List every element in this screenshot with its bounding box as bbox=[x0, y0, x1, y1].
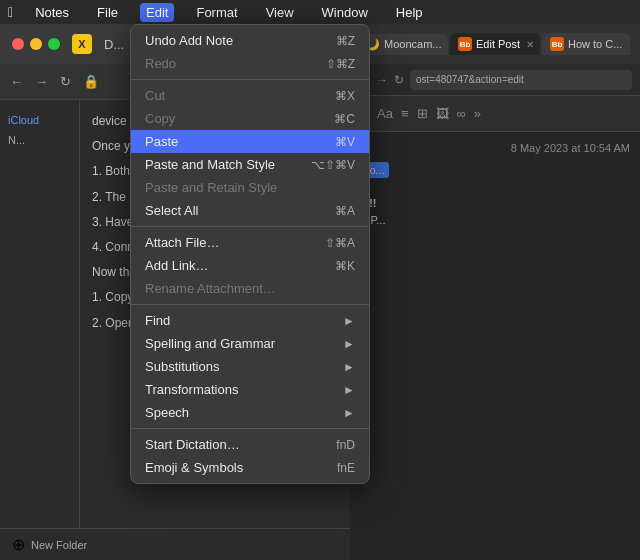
menu-item-paste-match[interactable]: Paste and Match Style ⌥⇧⌘V bbox=[131, 153, 369, 176]
image-icon[interactable]: 🖼 bbox=[436, 106, 449, 121]
speech-arrow: ► bbox=[343, 406, 355, 420]
browser-post-body[interactable]: tio... le!! S P... bbox=[360, 162, 630, 228]
menu-item-emoji[interactable]: Emoji & Symbols fnE bbox=[131, 456, 369, 479]
paste-match-shortcut: ⌥⇧⌘V bbox=[311, 158, 355, 172]
browser-addressbar: ← → ↻ ost=480747&action=edit bbox=[350, 64, 640, 96]
back-button[interactable]: ← bbox=[10, 74, 23, 89]
link-icon[interactable]: ∞ bbox=[457, 106, 466, 121]
menu-item-spelling[interactable]: Spelling and Grammar ► bbox=[131, 332, 369, 355]
mooncam-tab-close[interactable]: ✕ bbox=[447, 39, 448, 50]
browser-titlebar: 🌙 Mooncam... ✕ Bb Edit Post ✕ Bb How to … bbox=[350, 24, 640, 64]
menu-item-paste[interactable]: Paste ⌘V bbox=[131, 130, 369, 153]
menubar-file[interactable]: File bbox=[91, 3, 124, 22]
minimize-button[interactable] bbox=[30, 38, 42, 50]
paste-match-label: Paste and Match Style bbox=[145, 157, 291, 172]
menu-item-add-link[interactable]: Add Link… ⌘K bbox=[131, 254, 369, 277]
add-link-shortcut: ⌘K bbox=[335, 259, 355, 273]
font-size-icon[interactable]: Aa bbox=[377, 106, 393, 121]
browser-editor-content: 8 May 2023 at 10:54 AM tio... le!! S P..… bbox=[350, 132, 640, 238]
find-arrow: ► bbox=[343, 314, 355, 328]
menu-item-attach[interactable]: Attach File… ⇧⌘A bbox=[131, 231, 369, 254]
browser-url-bar[interactable]: ost=480747&action=edit bbox=[410, 70, 632, 90]
add-link-label: Add Link… bbox=[145, 258, 315, 273]
edit-post-tab-label: Edit Post bbox=[476, 38, 520, 50]
menu-item-substitutions[interactable]: Substitutions ► bbox=[131, 355, 369, 378]
paste-retain-label: Paste and Retain Style bbox=[145, 180, 355, 195]
cut-shortcut: ⌘X bbox=[335, 89, 355, 103]
edit-post-tab-icon: Bb bbox=[458, 37, 472, 51]
substitutions-arrow: ► bbox=[343, 360, 355, 374]
maximize-button[interactable] bbox=[48, 38, 60, 50]
menubar-format[interactable]: Format bbox=[190, 3, 243, 22]
tab-how-to[interactable]: Bb How to C... bbox=[542, 33, 630, 55]
notes-app-icon: X bbox=[72, 34, 92, 54]
menubar:  Notes File Edit Format View Window Hel… bbox=[0, 0, 640, 24]
cut-label: Cut bbox=[145, 88, 315, 103]
select-all-shortcut: ⌘A bbox=[335, 204, 355, 218]
copy-shortcut: ⌘C bbox=[334, 112, 355, 126]
copy-label: Copy bbox=[145, 111, 314, 126]
menu-item-paste-retain: Paste and Retain Style bbox=[131, 176, 369, 199]
menubar-help[interactable]: Help bbox=[390, 3, 429, 22]
dictation-label: Start Dictation… bbox=[145, 437, 316, 452]
menubar-edit[interactable]: Edit bbox=[140, 3, 174, 22]
menu-item-select-all[interactable]: Select All ⌘A bbox=[131, 199, 369, 222]
browser-window: 🌙 Mooncam... ✕ Bb Edit Post ✕ Bb How to … bbox=[350, 24, 640, 560]
separator-2 bbox=[131, 226, 369, 227]
redo-label: Redo bbox=[145, 56, 306, 71]
close-button[interactable] bbox=[12, 38, 24, 50]
browser-editor-toolbar: ✎ Aa ≡ ⊞ 🖼 ∞ » bbox=[350, 96, 640, 132]
apple-menu[interactable]:  bbox=[8, 4, 13, 20]
forward-button[interactable]: → bbox=[35, 74, 48, 89]
menu-item-find[interactable]: Find ► bbox=[131, 309, 369, 332]
select-all-label: Select All bbox=[145, 203, 315, 218]
new-folder-button[interactable]: New Folder bbox=[31, 539, 87, 551]
list-icon[interactable]: ≡ bbox=[401, 106, 409, 121]
undo-shortcut: ⌘Z bbox=[336, 34, 355, 48]
emoji-label: Emoji & Symbols bbox=[145, 460, 317, 475]
notes-sidebar: iCloud N... bbox=[0, 100, 80, 528]
transformations-arrow: ► bbox=[343, 383, 355, 397]
menu-item-speech[interactable]: Speech ► bbox=[131, 401, 369, 424]
how-to-tab-label: How to C... bbox=[568, 38, 622, 50]
menu-item-cut: Cut ⌘X bbox=[131, 84, 369, 107]
substitutions-label: Substitutions bbox=[145, 359, 343, 374]
post-line-3: S P... bbox=[360, 212, 630, 229]
menu-item-undo[interactable]: Undo Add Note ⌘Z bbox=[131, 29, 369, 52]
spelling-label: Spelling and Grammar bbox=[145, 336, 343, 351]
menubar-notes[interactable]: Notes bbox=[29, 3, 75, 22]
edit-post-tab-close[interactable]: ✕ bbox=[526, 39, 534, 50]
speech-label: Speech bbox=[145, 405, 343, 420]
more-icon[interactable]: » bbox=[474, 106, 481, 121]
separator-1 bbox=[131, 79, 369, 80]
menubar-view[interactable]: View bbox=[260, 3, 300, 22]
browser-forward-icon[interactable]: → bbox=[376, 73, 388, 87]
refresh-button[interactable]: ↻ bbox=[60, 74, 71, 89]
how-to-tab-icon: Bb bbox=[550, 37, 564, 51]
post-line-2: le!! bbox=[360, 195, 630, 212]
dictation-shortcut: fnD bbox=[336, 438, 355, 452]
rename-label: Rename Attachment… bbox=[145, 281, 355, 296]
notes-window-title: D... bbox=[104, 37, 124, 52]
tab-edit-post[interactable]: Bb Edit Post ✕ bbox=[450, 33, 540, 55]
menu-item-rename: Rename Attachment… bbox=[131, 277, 369, 300]
post-line-1: tio... bbox=[360, 162, 630, 179]
browser-refresh-icon[interactable]: ↻ bbox=[394, 73, 404, 87]
paste-shortcut: ⌘V bbox=[335, 135, 355, 149]
menu-item-transformations[interactable]: Transformations ► bbox=[131, 378, 369, 401]
redo-shortcut: ⇧⌘Z bbox=[326, 57, 355, 71]
table-icon[interactable]: ⊞ bbox=[417, 106, 428, 121]
menu-item-dictation[interactable]: Start Dictation… fnD bbox=[131, 433, 369, 456]
find-label: Find bbox=[145, 313, 343, 328]
menu-item-copy: Copy ⌘C bbox=[131, 107, 369, 130]
emoji-shortcut: fnE bbox=[337, 461, 355, 475]
menubar-window[interactable]: Window bbox=[316, 3, 374, 22]
url-text: ost=480747&action=edit bbox=[416, 74, 524, 85]
browser-tabs: 🌙 Mooncam... ✕ Bb Edit Post ✕ Bb How to … bbox=[358, 33, 632, 55]
attach-shortcut: ⇧⌘A bbox=[325, 236, 355, 250]
sidebar-item-n[interactable]: N... bbox=[8, 130, 71, 150]
separator-4 bbox=[131, 428, 369, 429]
paste-label: Paste bbox=[145, 134, 315, 149]
tab-mooncam[interactable]: 🌙 Mooncam... ✕ bbox=[358, 34, 448, 55]
sidebar-icloud[interactable]: iCloud bbox=[8, 110, 71, 130]
